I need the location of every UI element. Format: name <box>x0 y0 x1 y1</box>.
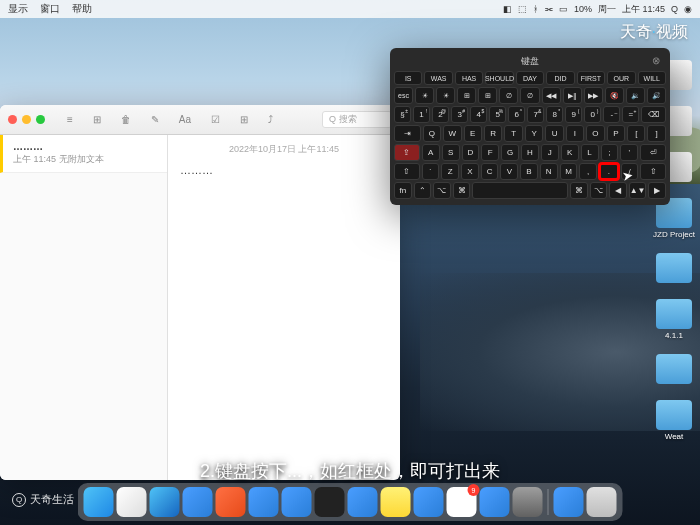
semicolon-key[interactable]: ; <box>601 144 619 161</box>
suggestion-key[interactable]: OUR <box>607 71 635 85</box>
arrow-left-key[interactable]: ◀ <box>609 182 627 199</box>
tab-key[interactable]: ⇥ <box>394 125 421 142</box>
battery-icon[interactable]: ▭ <box>559 4 568 14</box>
b-key[interactable]: B <box>520 163 538 180</box>
enter-key[interactable]: ⏎ <box>640 144 666 161</box>
capslock-key[interactable]: ⇪ <box>394 144 420 161</box>
suggestion-key[interactable]: IS <box>394 71 422 85</box>
comma-key[interactable]: , <box>579 163 597 180</box>
suggestion-key[interactable]: WAS <box>424 71 452 85</box>
brightness-down-key[interactable]: ☀ <box>415 87 434 104</box>
dock-app[interactable] <box>216 487 246 517</box>
u-key[interactable]: U <box>545 125 563 142</box>
esc-key[interactable]: esc <box>394 87 413 104</box>
t-key[interactable]: T <box>504 125 522 142</box>
option-left-key[interactable]: ⌥ <box>433 182 451 199</box>
m-key[interactable]: M <box>560 163 578 180</box>
checklist-button[interactable]: ☑ <box>205 112 226 127</box>
dock-qq[interactable]: 9 <box>447 487 477 517</box>
suggestion-key[interactable]: SHOULD <box>485 71 513 85</box>
n-key[interactable]: N <box>540 163 558 180</box>
launchpad-key[interactable]: ⊞ <box>478 87 497 104</box>
suggestion-key[interactable]: WILL <box>638 71 666 85</box>
forward-key[interactable]: ▶▶ <box>584 87 603 104</box>
equals-key[interactable]: =+ <box>622 106 639 123</box>
notes-editor[interactable]: 2022年10月17日 上午11:45 ……… <box>168 135 400 480</box>
suggestion-key[interactable]: HAS <box>455 71 483 85</box>
backtick-key[interactable]: ` <box>422 163 440 180</box>
dock-app[interactable] <box>554 487 584 517</box>
l-key[interactable]: L <box>581 144 599 161</box>
search-icon[interactable]: Q <box>671 4 678 14</box>
suggestion-key[interactable]: FIRST <box>577 71 605 85</box>
wifi-icon[interactable]: ⫘ <box>544 4 553 14</box>
digit-2-key[interactable]: 2@ <box>432 106 449 123</box>
mute-key[interactable]: 🔇 <box>605 87 624 104</box>
option-right-key[interactable]: ⌥ <box>590 182 608 199</box>
bracket-left-key[interactable]: [ <box>627 125 645 142</box>
fn-key[interactable]: fn <box>394 182 412 199</box>
desktop-item[interactable] <box>652 253 696 285</box>
d-key[interactable]: D <box>462 144 480 161</box>
command-right-key[interactable]: ⌘ <box>570 182 588 199</box>
play-pause-key[interactable]: ▶‖ <box>563 87 582 104</box>
dock-mail[interactable] <box>150 487 180 517</box>
a-key[interactable]: A <box>422 144 440 161</box>
c-key[interactable]: C <box>481 163 499 180</box>
volume-down-key[interactable]: 🔉 <box>626 87 645 104</box>
command-left-key[interactable]: ⌘ <box>453 182 471 199</box>
digit-9-key[interactable]: 9( <box>565 106 582 123</box>
suggestion-key[interactable]: DAY <box>516 71 544 85</box>
close-button[interactable] <box>8 115 17 124</box>
dock-settings[interactable] <box>513 487 543 517</box>
backspace-key[interactable]: ⌫ <box>641 106 666 123</box>
fn-key[interactable]: ∅ <box>499 87 518 104</box>
p-key[interactable]: P <box>607 125 625 142</box>
menu-item[interactable]: 显示 <box>8 2 28 16</box>
digit-5-key[interactable]: 5% <box>489 106 506 123</box>
menu-item[interactable]: 帮助 <box>72 2 92 16</box>
period-key[interactable]: . <box>599 163 619 180</box>
dock-app[interactable] <box>183 487 213 517</box>
delete-button[interactable]: 🗑 <box>115 112 137 127</box>
arrow-right-key[interactable]: ▶ <box>648 182 666 199</box>
g-key[interactable]: G <box>501 144 519 161</box>
section-key[interactable]: §± <box>394 106 411 123</box>
dock-safari[interactable] <box>117 487 147 517</box>
desktop-item[interactable]: 4.1.1 <box>652 299 696 340</box>
bracket-right-key[interactable]: ] <box>647 125 665 142</box>
list-view-button[interactable]: ≡ <box>61 112 79 127</box>
dock-app[interactable] <box>249 487 279 517</box>
minus-key[interactable]: -_ <box>603 106 620 123</box>
space-key[interactable] <box>472 182 568 199</box>
share-button[interactable]: ⤴ <box>262 112 279 127</box>
mission-control-key[interactable]: ⊞ <box>457 87 476 104</box>
q-key[interactable]: Q <box>423 125 441 142</box>
shift-left-key[interactable]: ⇧ <box>394 163 420 180</box>
fn-key[interactable]: ∅ <box>520 87 539 104</box>
volume-up-key[interactable]: 🔊 <box>647 87 666 104</box>
quote-key[interactable]: ' <box>620 144 638 161</box>
zoom-button[interactable] <box>36 115 45 124</box>
table-button[interactable]: ⊞ <box>234 112 254 127</box>
suggestion-key[interactable]: DID <box>546 71 574 85</box>
y-key[interactable]: Y <box>525 125 543 142</box>
traffic-lights[interactable] <box>8 115 45 124</box>
format-button[interactable]: Aa <box>173 112 197 127</box>
note-text[interactable]: ……… <box>180 164 388 176</box>
dock-app[interactable] <box>414 487 444 517</box>
k-key[interactable]: K <box>561 144 579 161</box>
compose-button[interactable]: ✎ <box>145 112 165 127</box>
arrow-updown-key[interactable]: ▲▼ <box>629 182 647 199</box>
j-key[interactable]: J <box>541 144 559 161</box>
minimize-button[interactable] <box>22 115 31 124</box>
o-key[interactable]: O <box>586 125 604 142</box>
dock-app[interactable] <box>348 487 378 517</box>
digit-4-key[interactable]: 4$ <box>470 106 487 123</box>
v-key[interactable]: V <box>500 163 518 180</box>
digit-1-key[interactable]: 1! <box>413 106 430 123</box>
close-icon[interactable]: ⊗ <box>652 55 660 66</box>
s-key[interactable]: S <box>442 144 460 161</box>
z-key[interactable]: Z <box>441 163 459 180</box>
dock-app[interactable] <box>282 487 312 517</box>
